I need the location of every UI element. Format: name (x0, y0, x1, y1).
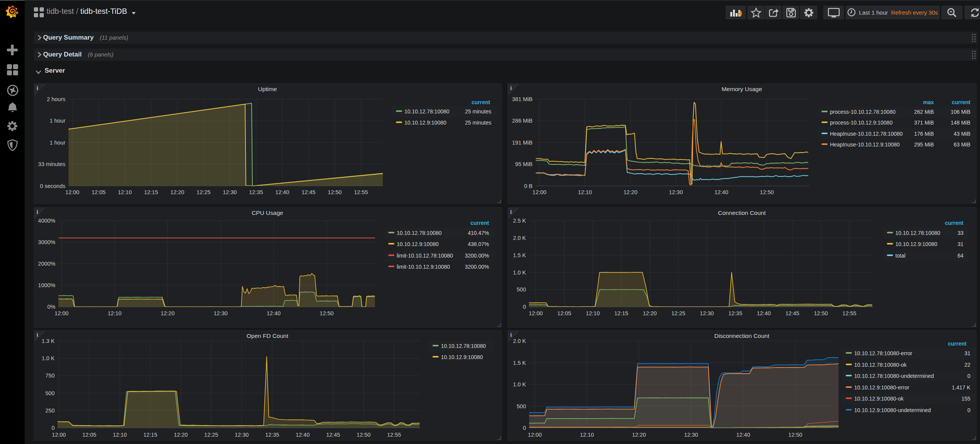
svg-text:i: i (37, 332, 38, 338)
svg-text:i: i (37, 209, 38, 215)
svg-text:i: i (510, 209, 512, 215)
svg-text:i: i (510, 332, 512, 338)
svg-text:i: i (510, 85, 512, 91)
svg-text:i: i (37, 85, 38, 91)
